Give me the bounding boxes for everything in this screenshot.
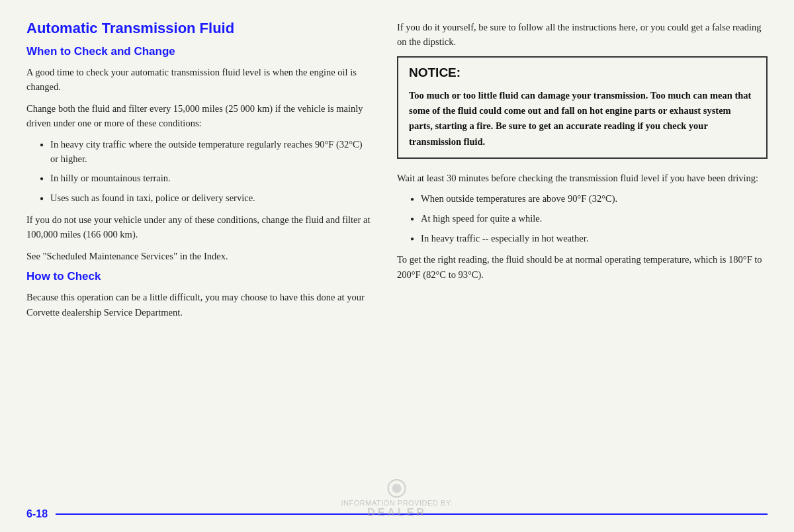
bullet-item: In hilly or mountainous terrain.: [40, 171, 371, 186]
wait-text: Wait at least 30 minutes before checking…: [397, 171, 768, 185]
section-when-to-check-heading: When to Check and Change: [26, 45, 371, 58]
notice-title: NOTICE:: [409, 66, 756, 80]
dealer-watermark-label: Information Provided by:: [341, 499, 453, 507]
when-to-check-para-1: A good time to check your automatic tran…: [26, 65, 371, 95]
notice-body: Too much or too little fluid can damage …: [409, 88, 756, 150]
dealer-icon: [388, 479, 406, 498]
bullet-item: In heavy traffic -- especially in hot we…: [410, 232, 768, 246]
bullet-item: In heavy city traffic where the outside …: [40, 138, 371, 167]
page-number: 6-18: [26, 508, 48, 520]
section-how-to-check-heading: How to Check: [26, 270, 371, 283]
notice-box: NOTICE: Too much or too little fluid can…: [397, 56, 768, 159]
bullet-item: Uses such as found in taxi, police or de…: [40, 191, 371, 206]
dealer-watermark-name: DEALER: [367, 507, 427, 519]
bullet-item: At high speed for quite a while.: [410, 212, 768, 226]
page-title: Automatic Transmission Fluid: [26, 20, 371, 37]
after-bullets-para-1: If you do not use your vehicle under any…: [26, 212, 371, 242]
right-bullets: When outside temperatures are above 90°F…: [410, 192, 768, 245]
after-bullets-para-2: See "Scheduled Maintenance Services" in …: [26, 249, 371, 263]
closing-text: To get the right reading, the fluid shou…: [397, 252, 768, 282]
dealer-watermark: Information Provided by: DEALER: [341, 479, 453, 519]
bullet-item: When outside temperatures are above 90°F…: [410, 192, 768, 206]
when-to-check-bullets: In heavy city traffic where the outside …: [40, 138, 371, 206]
how-to-check-para: Because this operation can be a little d…: [26, 290, 371, 320]
right-intro-text: If you do it yourself, be sure to follow…: [397, 20, 768, 50]
when-to-check-para-2: Change both the fluid and filter every 1…: [26, 101, 371, 131]
dealer-icon-inner: [392, 484, 402, 493]
